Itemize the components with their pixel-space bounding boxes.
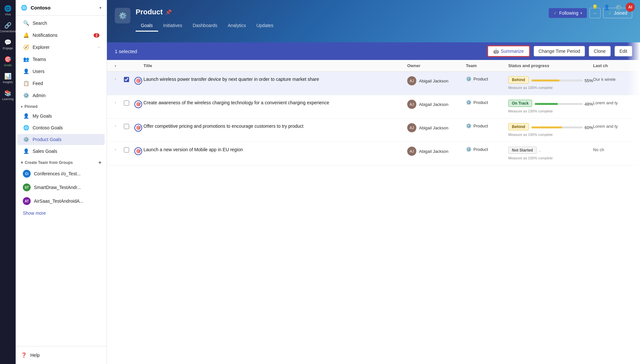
table-row: › 🎯 Launch wireless power transfer devic… (107, 72, 640, 95)
row-checkbox-1[interactable] (124, 100, 134, 107)
workspace-header: ⚙️ Product 📌 Goals Initiatives Dashboard… (107, 0, 640, 32)
following-button[interactable]: ✓ Following ▾ (549, 8, 587, 18)
row-goal-icon-2: 🎯 (134, 123, 143, 132)
row-checkbox-input-2[interactable] (124, 124, 129, 129)
goals-icon: 🎯 (4, 56, 11, 63)
row-status-3: Not Started - Measure as 100% complete (508, 147, 593, 160)
edit-button[interactable]: Edit (615, 46, 632, 56)
sidebar-item-search[interactable]: 🔍 Search (18, 17, 105, 29)
tab-updates[interactable]: Updates (251, 20, 278, 32)
tab-goals[interactable]: Goals (136, 20, 158, 32)
row-team-3: ⚙️ Product (466, 147, 508, 152)
account-icon[interactable]: 👤 (602, 3, 611, 12)
row-checkbox-2[interactable] (124, 123, 134, 130)
change-time-period-button[interactable]: Change Time Period (534, 46, 585, 56)
group-label-conferences: Conferences i/o_Test... (34, 171, 81, 176)
rail-item-goals[interactable]: 🎯 Goals (1, 53, 14, 69)
row-goal-icon-1: 🎯 (134, 100, 143, 108)
team-icon-3: ⚙️ (466, 147, 471, 152)
row-expand-3[interactable]: › (115, 147, 124, 151)
row-goal-icon-3: 🎯 (134, 147, 143, 155)
rail-item-connections[interactable]: 🔗 Connections (1, 20, 14, 35)
sidebar-item-sales-goals[interactable]: 👤 Sales Goals (18, 146, 105, 157)
team-icon-2: ⚙️ (466, 123, 471, 128)
row-checkbox-input-3[interactable] (124, 147, 129, 153)
table-row: › 🎯 Offer competitive pricing and promot… (107, 119, 640, 142)
progress-bar-container-2 (531, 126, 583, 128)
row-title-0: Launch wireless power transfer device by… (143, 76, 407, 83)
group-item-conferences[interactable]: Ci Conferences i/o_Test... (18, 167, 105, 180)
my-goals-icon: 👤 (23, 113, 29, 119)
sidebar-item-users[interactable]: 👤 Users (18, 66, 105, 77)
goal-circle-icon-1: 🎯 (134, 100, 142, 108)
org-name: Contoso (31, 5, 99, 10)
group-item-smartdraw[interactable]: ST SmartDraw_TestAndr... (18, 181, 105, 194)
help-item[interactable]: ❓ Help (21, 350, 101, 360)
tab-analytics[interactable]: Analytics (222, 20, 251, 32)
goal-title-text-1[interactable]: Create awareness of the wireless chargin… (143, 100, 329, 105)
sidebar-item-teams[interactable]: 👥 Teams (18, 53, 105, 65)
row-expand-0[interactable]: › (115, 76, 124, 81)
team-name-2: Product (473, 124, 488, 128)
pinned-section-header[interactable]: ▾ Pinned (16, 102, 107, 110)
sidebar-nav: 🔍 Search 🔔 Notifications 2 🧭 Explorer › … (16, 17, 107, 102)
group-avatar-airsaas: AT (23, 197, 31, 205)
team-name-3: Product (473, 147, 488, 152)
sidebar-item-my-goals[interactable]: 👤 My Goals (18, 110, 105, 122)
lightbulb-icon[interactable]: 💡 (590, 3, 600, 12)
row-checkbox-0[interactable] (124, 76, 134, 83)
goal-title-text-0[interactable]: Launch wireless power transfer device by… (143, 77, 319, 82)
admin-icon: ⚙️ (23, 93, 29, 98)
sidebar-item-admin[interactable]: ⚙️ Admin (18, 90, 105, 101)
status-badge-1: On Track (508, 100, 532, 107)
help-label: Help (30, 353, 40, 358)
row-owner-3: AJ Abigail Jackson (407, 147, 466, 156)
user-avatar[interactable]: AI (626, 3, 635, 12)
row-checkbox-input-1[interactable] (124, 100, 129, 106)
sidebar-org-header[interactable]: 🌐 Contoso ▾ (16, 0, 107, 16)
owner-avatar-3: AJ (407, 147, 416, 156)
row-expand-1[interactable]: › (115, 100, 124, 104)
tab-initiatives[interactable]: Initiatives (158, 20, 187, 32)
sidebar-item-contoso-goals[interactable]: 🌐 Contoso Goals (18, 122, 105, 133)
selection-count: 1 selected (115, 49, 484, 54)
row-checkbox-3[interactable] (124, 147, 134, 153)
row-team-2: ⚙️ Product (466, 123, 508, 128)
owner-name-2: Abigail Jackson (419, 125, 448, 130)
sidebar-item-notifications[interactable]: 🔔 Notifications 2 (18, 29, 105, 41)
sidebar-item-product-goals[interactable]: ⚙️ Product Goals (18, 134, 105, 145)
following-label: Following (559, 10, 578, 16)
following-check-icon: ✓ (553, 10, 557, 16)
users-icon: 👤 (23, 68, 29, 74)
show-more-button[interactable]: Show more (16, 208, 107, 218)
settings-icon[interactable]: ⚙️ (614, 3, 623, 12)
header-expand-col: › (115, 63, 124, 68)
row-status-0: Behind 55% Measure as 100% complete (508, 76, 593, 90)
owner-name-0: Abigail Jackson (419, 79, 448, 83)
sidebar-item-feed[interactable]: 📋 Feed (18, 78, 105, 89)
measure-text-2: Measure as 100% complete (508, 133, 593, 137)
goal-title-text-2[interactable]: Offer competitive pricing and promotions… (143, 124, 304, 129)
rail-item-learning[interactable]: 📚 Learning (1, 87, 14, 103)
status-badge-3: Not Started (508, 147, 537, 154)
owner-avatar-2: AJ (407, 123, 416, 132)
tab-dashboards[interactable]: Dashboards (187, 20, 223, 32)
group-section-header[interactable]: ▾ Create Team from Groups + (16, 157, 107, 167)
top-banner: 💡 👤 ⚙️ AI ⚙️ Product 📌 Goals Initiatives… (107, 0, 640, 42)
add-group-icon[interactable]: + (98, 160, 101, 166)
pinned-section-label: Pinned (24, 104, 37, 109)
row-status-2: Behind 60% Measure as 100% complete (508, 123, 593, 137)
sidebar-item-explorer[interactable]: 🧭 Explorer › (18, 41, 105, 53)
goal-circle-icon-2: 🎯 (134, 124, 142, 132)
summarize-button[interactable]: 🤖 Summarize (487, 46, 530, 57)
row-checkbox-input-0[interactable] (124, 77, 129, 82)
row-expand-2[interactable]: › (115, 123, 124, 128)
progress-bar-fill-2 (531, 126, 562, 128)
rail-item-viva[interactable]: 🌐 Viva (1, 3, 14, 18)
rail-item-insights[interactable]: 📊 Insights (1, 70, 14, 86)
clone-button[interactable]: Clone (589, 46, 611, 56)
table-header: › Title Owner Team Status and progress L… (107, 60, 640, 72)
group-item-airsaas[interactable]: AT AirSaas_TestAndroidA... (18, 195, 105, 208)
rail-item-engage[interactable]: 💬 Engage (1, 36, 14, 52)
goal-title-text-3[interactable]: Launch a new version of Mobile app in EU… (143, 147, 243, 152)
